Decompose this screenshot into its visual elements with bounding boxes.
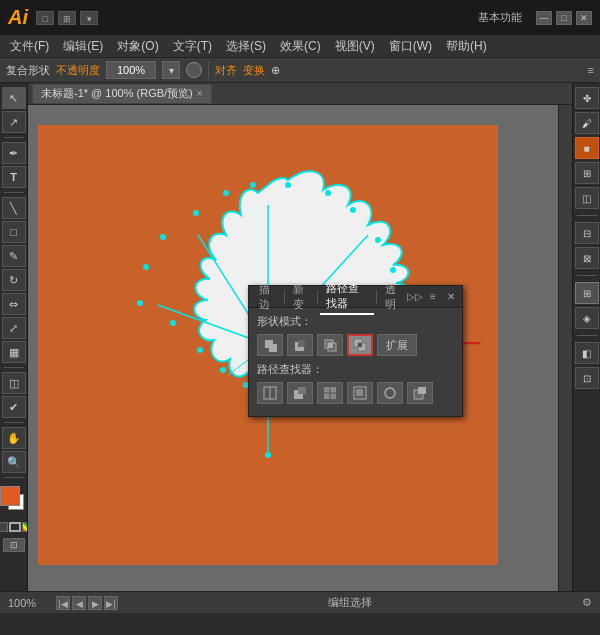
svg-point-21 xyxy=(220,367,226,373)
vertical-scrollbar[interactable] xyxy=(558,105,572,591)
graph-tool[interactable]: ▦ xyxy=(2,341,26,363)
menu-select[interactable]: 选择(S) xyxy=(220,36,272,57)
tab-close-button[interactable]: × xyxy=(197,88,203,99)
transform-label[interactable]: 变换 xyxy=(243,63,265,78)
workspace-label: 基本功能 xyxy=(478,10,522,25)
shape-label: 复合形状 xyxy=(6,63,50,78)
menu-help[interactable]: 帮助(H) xyxy=(440,36,493,57)
tab-sep-1 xyxy=(284,290,285,304)
svg-point-25 xyxy=(143,264,149,270)
pen-tool[interactable]: ✒ xyxy=(2,142,26,164)
nav-controls: |◀ ◀ ▶ ▶| xyxy=(56,596,118,610)
tab-gradient[interactable]: 新变 xyxy=(287,280,316,314)
align-label[interactable]: 对齐 xyxy=(215,63,237,78)
merge-btn[interactable] xyxy=(317,382,343,404)
gradient-tool[interactable]: ◫ xyxy=(2,372,26,394)
minimize-button[interactable]: — xyxy=(536,11,552,25)
fill-icon[interactable] xyxy=(0,522,8,532)
align-right-btn[interactable]: ⊟ xyxy=(575,222,599,244)
crop-btn[interactable] xyxy=(347,382,373,404)
foreground-color[interactable] xyxy=(0,486,20,506)
circle-icon xyxy=(186,62,202,78)
close-button[interactable]: ✕ xyxy=(576,11,592,25)
svg-point-11 xyxy=(350,207,356,213)
nav-prev-btn[interactable]: ◀ xyxy=(72,596,86,610)
exclude-btn[interactable] xyxy=(347,334,373,356)
svg-point-27 xyxy=(193,210,199,216)
screen-mode-btn[interactable]: ⊡ xyxy=(3,538,25,552)
pathfinder-right-btn[interactable]: ⊞ xyxy=(575,282,599,304)
rotate-tool[interactable]: ↻ xyxy=(2,269,26,291)
expand-button[interactable]: 扩展 xyxy=(377,334,417,356)
svg-point-13 xyxy=(390,267,396,273)
menu-bar: 文件(F) 编辑(E) 对象(O) 文字(T) 选择(S) 效果(C) 视图(V… xyxy=(0,35,600,57)
arrange-icon[interactable]: ⊞ xyxy=(58,11,76,25)
intersect-btn[interactable] xyxy=(317,334,343,356)
eyedropper-tool[interactable]: ✔ xyxy=(2,396,26,418)
opacity-input[interactable] xyxy=(106,61,156,79)
nav-next-btn[interactable]: ▶ xyxy=(88,596,102,610)
unite-btn[interactable] xyxy=(257,334,283,356)
svg-point-22 xyxy=(197,347,203,353)
layers-btn[interactable]: ◧ xyxy=(575,342,599,364)
svg-point-24 xyxy=(137,300,143,306)
artboards-btn[interactable]: ⊡ xyxy=(575,367,599,389)
nav-start-btn[interactable]: |◀ xyxy=(56,596,70,610)
opacity-dropdown[interactable]: ▾ xyxy=(162,61,180,79)
restore-button[interactable]: □ xyxy=(556,11,572,25)
outline-btn[interactable] xyxy=(377,382,403,404)
panel-close-icon[interactable]: ✕ xyxy=(444,290,458,304)
swatches-btn[interactable]: ⊞ xyxy=(575,162,599,184)
stroke-icon[interactable] xyxy=(9,522,21,532)
menu-view[interactable]: 视图(V) xyxy=(329,36,381,57)
puppet-tool-btn[interactable]: ✤ xyxy=(575,87,599,109)
menu-window[interactable]: 窗口(W) xyxy=(383,36,438,57)
paint-brush-tool[interactable]: ✎ xyxy=(2,245,26,267)
direct-select-tool[interactable]: ↗ xyxy=(2,111,26,133)
menu-file[interactable]: 文件(F) xyxy=(4,36,55,57)
line-tool[interactable]: ╲ xyxy=(2,197,26,219)
transform-right-btn[interactable]: ⊠ xyxy=(575,247,599,269)
menu-edit[interactable]: 编辑(E) xyxy=(57,36,109,57)
document-tab[interactable]: 未标题-1* @ 100% (RGB/预览) × xyxy=(32,84,212,104)
minus-front-btn[interactable] xyxy=(287,334,313,356)
shape-modes-row: 扩展 xyxy=(257,334,454,356)
doc-icon[interactable]: □ xyxy=(36,11,54,25)
tab-stroke[interactable]: 描边 xyxy=(253,280,282,314)
tab-pathfinder[interactable]: 路径查找器 xyxy=(320,279,374,315)
panel-menu-icon[interactable]: ≡ xyxy=(588,64,594,76)
brush-btn[interactable]: 🖌 xyxy=(575,112,599,134)
svg-rect-48 xyxy=(356,389,363,396)
panel-menu-icon[interactable]: ≡ xyxy=(426,290,440,304)
svg-point-26 xyxy=(160,234,166,240)
transparency-right-btn[interactable]: ◈ xyxy=(575,307,599,329)
menu-effect[interactable]: 效果(C) xyxy=(274,36,327,57)
title-bar-right: 基本功能 — □ ✕ xyxy=(478,10,592,25)
select-tool[interactable]: ↖ xyxy=(2,87,26,109)
color-btn[interactable]: ■ xyxy=(575,137,599,159)
trim-btn[interactable] xyxy=(287,382,313,404)
zoom-level: 100% xyxy=(8,597,48,609)
zoom-tool[interactable]: 🔍 xyxy=(2,451,26,473)
tool-separator-2 xyxy=(4,192,24,193)
svg-rect-36 xyxy=(328,343,333,348)
status-menu-btn[interactable]: ⚙ xyxy=(582,596,592,609)
dropdown-icon[interactable]: ▾ xyxy=(80,11,98,25)
panel-body: 形状模式： 扩展 xyxy=(249,308,462,416)
stroke-right-btn[interactable]: ◫ xyxy=(575,187,599,209)
panel-expand-icon[interactable]: ▷▷ xyxy=(408,290,422,304)
screen-mode-icon[interactable]: ⊡ xyxy=(3,538,25,552)
pathfinder-label: 路径查找器： xyxy=(257,362,454,377)
hand-tool[interactable]: ✋ xyxy=(2,427,26,449)
type-tool[interactable]: T xyxy=(2,166,26,188)
menu-object[interactable]: 对象(O) xyxy=(111,36,164,57)
menu-text[interactable]: 文字(T) xyxy=(167,36,218,57)
divide-btn[interactable] xyxy=(257,382,283,404)
mirror-tool[interactable]: ⇔ xyxy=(2,293,26,315)
minus-back-btn[interactable] xyxy=(407,382,433,404)
scale-tool[interactable]: ⤢ xyxy=(2,317,26,339)
color-selector[interactable] xyxy=(0,486,28,514)
rect-tool[interactable]: □ xyxy=(2,221,26,243)
nav-end-btn[interactable]: ▶| xyxy=(104,596,118,610)
tab-transparency[interactable]: 透明 xyxy=(379,280,408,314)
